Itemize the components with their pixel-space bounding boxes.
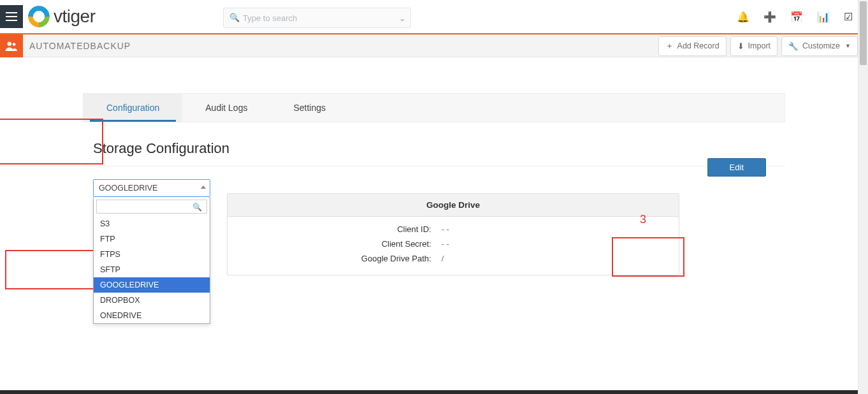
storage-select-options: S3 FTP FTPS SFTP GOOGLEDRIVE DROPBOX ONE… [94,216,210,323]
tab-settings[interactable]: Settings [270,94,349,122]
bottom-edge [0,390,858,394]
storage-select-search-input[interactable] [96,200,207,214]
logo-mark-icon [28,6,50,27]
detail-label: Client Secret: [228,239,435,249]
detail-value: - - [435,224,449,234]
task-check-icon[interactable]: ☑ [844,11,853,23]
global-search: 🔍 ⌄ [223,8,411,28]
storage-select-dropdown: 🔍 S3 FTP FTPS SFTP GOOGLEDRIVE DROPBOX O… [93,197,210,324]
search-options-icon[interactable]: ⌄ [399,13,406,23]
calendar-icon[interactable]: 📅 [790,11,803,23]
users-icon [5,41,18,51]
storage-select: GOOGLEDRIVE 🔍 S3 FTP FTPS SFTP GOOGLEDRI… [93,179,210,197]
bell-icon[interactable]: 🔔 [737,11,749,23]
opt-label: SFTP [100,265,120,274]
svg-rect-1 [6,16,17,17]
storage-option-dropbox[interactable]: DROPBOX [94,293,210,308]
opt-label: ONEDRIVE [100,311,141,320]
wrench-icon: 🔧 [788,41,799,51]
section-header: Storage Configuration Edit [83,122,785,166]
svg-point-3 [8,42,11,46]
storage-option-onedrive[interactable]: ONEDRIVE [94,308,210,323]
detail-value: - - [435,239,449,249]
storage-option-s3[interactable]: S3 [94,216,210,231]
search-icon: 🔍 [229,13,240,22]
section-title: Storage Configuration [93,140,229,157]
topbar-right: 🔔 ➕ 📅 📊 ☑ [737,11,859,23]
content-area: Configuration Audit Logs Settings Storag… [0,93,868,288]
menu-icon [6,12,17,21]
detail-row: Client Secret: - - [228,237,679,251]
opt-label: DROPBOX [100,296,140,305]
storage-detail-card: Google Drive Client ID: - - Client Secre… [227,193,679,275]
svg-point-4 [13,43,16,46]
scrollbar-thumb[interactable] [860,1,867,65]
search-input[interactable] [223,8,411,28]
storage-option-ftp[interactable]: FTP [94,231,210,247]
module-title: AUTOMATEDBACKUP [29,41,131,51]
opt-label: FTPS [100,250,120,259]
search-icon: 🔍 [192,203,202,212]
import-button[interactable]: ⬇ Import [730,36,778,56]
add-record-label: Add Record [677,41,720,50]
opt-label: FTP [100,235,115,244]
storage-select-value: GOOGLEDRIVE [99,184,157,193]
tab-configuration-label: Configuration [106,103,159,113]
brand-logo[interactable]: vtiger [28,6,95,27]
tabs-bar: Configuration Audit Logs Settings [83,93,785,122]
module-header: AUTOMATEDBACKUP ＋ Add Record ⬇ Import 🔧 … [0,34,868,57]
storage-option-ftps[interactable]: FTPS [94,247,210,262]
opt-label: S3 [100,219,110,228]
storage-option-googledrive[interactable]: GOOGLEDRIVE [94,277,210,293]
svg-rect-2 [6,20,17,21]
plus-icon: ＋ [665,41,674,52]
detail-value: / [435,254,444,263]
brand-name: vtiger [54,6,95,27]
svg-rect-0 [6,12,17,13]
scrollbar[interactable] [858,0,868,394]
detail-row: Client ID: - - [228,222,679,237]
storage-select-search: 🔍 [94,197,210,216]
detail-body: Client ID: - - Client Secret: - - Google… [228,217,679,275]
plus-circle-icon[interactable]: ➕ [763,11,776,23]
download-icon: ⬇ [737,41,744,51]
tab-audit-logs[interactable]: Audit Logs [182,94,270,122]
import-label: Import [748,41,770,50]
chevron-up-icon [201,186,206,189]
detail-heading: Google Drive [228,194,679,217]
detail-row: Google Drive Path: / [228,251,679,266]
hamburger-menu-button[interactable] [0,5,23,28]
customize-button[interactable]: 🔧 Customize ▼ [781,36,858,56]
storage-body: GOOGLEDRIVE 🔍 S3 FTP FTPS SFTP GOOGLEDRI… [83,166,785,288]
module-actions: ＋ Add Record ⬇ Import 🔧 Customize ▼ [658,36,858,56]
detail-label: Google Drive Path: [228,254,435,263]
module-icon[interactable] [0,34,23,57]
chart-icon[interactable]: 📊 [817,11,830,23]
chevron-down-icon: ▼ [845,43,851,49]
customize-label: Customize [802,41,840,50]
top-bar: vtiger 🔍 ⌄ 🔔 ➕ 📅 📊 ☑ [0,0,868,34]
storage-option-sftp[interactable]: SFTP [94,262,210,277]
detail-label: Client ID: [228,224,435,234]
add-record-button[interactable]: ＋ Add Record [658,36,727,56]
storage-select-display[interactable]: GOOGLEDRIVE [93,179,210,197]
tab-configuration[interactable]: Configuration [83,94,182,122]
tab-settings-label: Settings [293,103,326,113]
opt-label: GOOGLEDRIVE [100,281,159,289]
tab-audit-label: Audit Logs [205,103,247,113]
